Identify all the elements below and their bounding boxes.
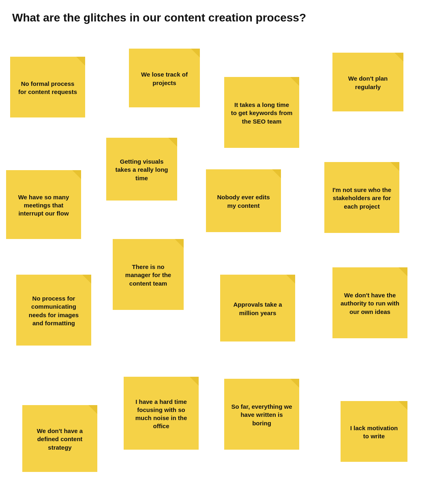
note-15: We don't have a defined content strategy: [22, 405, 97, 472]
note-12: We don't have the authority to run with …: [332, 267, 407, 338]
note-14: So far, everything we have written is bo…: [224, 379, 299, 450]
note-7: Nobody ever edits my content: [206, 169, 281, 232]
sticky-board: No formal process for content requestsWe…: [0, 24, 448, 490]
note-5: Getting visuals takes a really long time: [106, 138, 177, 201]
page-title: What are the glitches in our content cre…: [0, 0, 448, 24]
note-2: We lose track of projects: [129, 49, 200, 107]
note-1: No formal process for content requests: [10, 57, 85, 117]
note-3: It takes a long time to get keywords fro…: [224, 77, 299, 148]
note-16: I lack motivation to write: [341, 401, 407, 462]
note-11: Approvals take a million years: [220, 275, 295, 341]
note-9: There is no manager for the content team: [113, 239, 184, 310]
note-6: We have so many meetings that interrupt …: [6, 170, 81, 239]
note-13: I have a hard time focusing with so much…: [124, 377, 199, 450]
note-4: We don't plan regularly: [332, 53, 403, 111]
note-10: No process for communicating needs for i…: [16, 275, 91, 346]
note-8: I'm not sure who the stakeholders are fo…: [324, 162, 399, 233]
